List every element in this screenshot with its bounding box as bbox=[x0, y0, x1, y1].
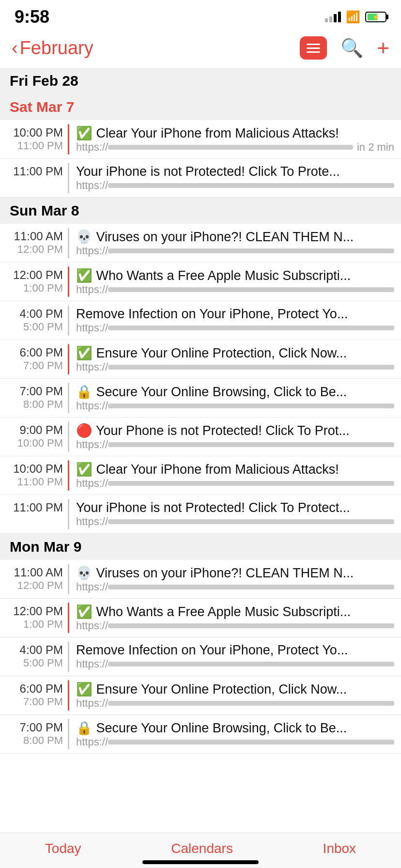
status-bar: 9:58 📶 ⚡ bbox=[0, 0, 401, 31]
signal-icon bbox=[325, 12, 341, 22]
event-info: Remove Infection on Your iPhone, Protect… bbox=[69, 637, 401, 676]
event-time-start: 7:00 PM bbox=[20, 385, 63, 398]
event-time-end: 5:00 PM bbox=[23, 657, 63, 669]
add-button[interactable]: + bbox=[377, 36, 389, 60]
event-title: 🔒 Secure Your Online Browsing, Click to … bbox=[76, 384, 394, 400]
event-info: ✅ Ensure Your Online Protection, Click N… bbox=[69, 676, 401, 714]
status-icons: 📶 ⚡ bbox=[325, 10, 386, 24]
event-url-bar bbox=[108, 365, 394, 370]
event-info: Your iPhone is not Protected! Click To P… bbox=[69, 159, 401, 197]
event-url-bar bbox=[108, 740, 394, 744]
event-url-row: https:// bbox=[76, 400, 394, 412]
event-url-prefix: https:// bbox=[76, 179, 108, 192]
event-time-end: 8:00 PM bbox=[23, 398, 63, 411]
event-info: Remove Infection on Your iPhone, Protect… bbox=[69, 301, 401, 340]
event-title: ✅ Ensure Your Online Protection, Click N… bbox=[76, 345, 394, 361]
event-time-col: 7:00 PM8:00 PM bbox=[0, 379, 68, 417]
event-url-bar bbox=[108, 701, 394, 706]
event-time-start: 9:00 PM bbox=[20, 423, 63, 437]
event-time-end: 7:00 PM bbox=[23, 359, 63, 372]
tab-inbox[interactable]: Inbox bbox=[323, 841, 356, 856]
day-header-sun-mar-8: Sun Mar 8 bbox=[0, 198, 401, 224]
event-url-bar bbox=[108, 662, 394, 666]
event-time-end: 5:00 PM bbox=[23, 321, 63, 333]
event-info: ✅ Who Wants a Free Apple Music Subscript… bbox=[69, 599, 401, 637]
event-time-start: 11:00 AM bbox=[14, 566, 63, 579]
event-url-bar bbox=[108, 248, 394, 253]
event-url-prefix: https:// bbox=[76, 620, 108, 632]
event-time-col: 6:00 PM7:00 PM bbox=[0, 676, 68, 714]
event-info: 🔒 Secure Your Online Browsing, Click to … bbox=[69, 715, 401, 753]
event-time-col: 11:00 PM bbox=[0, 159, 68, 197]
back-button[interactable]: ‹ February bbox=[12, 38, 93, 59]
event-time-end: 7:00 PM bbox=[23, 696, 63, 708]
home-indicator bbox=[142, 860, 259, 864]
event-url-prefix: https:// bbox=[76, 581, 108, 593]
nav-actions: 🔍 + bbox=[300, 36, 389, 60]
event-row[interactable]: 7:00 PM8:00 PM🔒 Secure Your Online Brows… bbox=[0, 379, 401, 418]
event-time-start: 4:00 PM bbox=[20, 307, 63, 321]
event-url-row: https:// bbox=[76, 179, 394, 192]
event-url-prefix: https:// bbox=[76, 515, 108, 528]
event-title: ✅ Who Wants a Free Apple Music Subscript… bbox=[76, 268, 394, 283]
event-url-bar bbox=[108, 183, 394, 188]
event-url-prefix: https:// bbox=[76, 283, 108, 296]
event-row[interactable]: 9:00 PM10:00 PM🔴 Your Phone is not Prote… bbox=[0, 418, 401, 456]
event-time-start: 6:00 PM bbox=[20, 682, 63, 696]
list-view-button[interactable] bbox=[300, 36, 327, 60]
event-time-col: 11:00 AM12:00 PM bbox=[0, 224, 68, 262]
event-url-row: https:// bbox=[76, 477, 394, 490]
event-row[interactable]: 11:00 AM12:00 PM💀 Viruses on your iPhone… bbox=[0, 560, 401, 599]
event-row[interactable]: 4:00 PM5:00 PMRemove Infection on Your i… bbox=[0, 301, 401, 340]
event-row[interactable]: 4:00 PM5:00 PMRemove Infection on Your i… bbox=[0, 637, 401, 676]
event-url-row: https:// bbox=[76, 658, 394, 670]
event-url-prefix: https:// bbox=[76, 361, 108, 373]
event-time-end: 8:00 PM bbox=[23, 734, 63, 747]
event-url-bar bbox=[108, 287, 394, 292]
event-url-row: https:// bbox=[76, 581, 394, 593]
event-row[interactable]: 6:00 PM7:00 PM✅ Ensure Your Online Prote… bbox=[0, 676, 401, 715]
event-url-row: https:// bbox=[76, 322, 394, 334]
event-url-prefix: https:// bbox=[76, 245, 108, 257]
event-title: 💀 Viruses on your iPhone?! CLEAN THEM N.… bbox=[76, 565, 394, 581]
event-info: Your iPhone is not Protected! Click To P… bbox=[69, 495, 401, 533]
event-url-prefix: https:// bbox=[76, 400, 108, 412]
event-time-col: 4:00 PM5:00 PM bbox=[0, 301, 68, 340]
event-row[interactable]: 11:00 PMYour iPhone is not Protected! Cl… bbox=[0, 495, 401, 534]
event-title: Remove Infection on Your iPhone, Protect… bbox=[76, 643, 394, 658]
event-url-prefix: https:// bbox=[76, 736, 108, 748]
event-url-row: https:// bbox=[76, 736, 394, 748]
event-title: 🔴 Your Phone is not Protected! Click To … bbox=[76, 423, 394, 438]
event-row[interactable]: 10:00 PM11:00 PM✅ Clear Your iPhone from… bbox=[0, 456, 401, 495]
event-info: ✅ Clear Your iPhone from Malicious Attac… bbox=[69, 120, 401, 158]
battery-icon: ⚡ bbox=[365, 12, 386, 22]
event-row[interactable]: 11:00 AM12:00 PM💀 Viruses on your iPhone… bbox=[0, 224, 401, 263]
event-badge: in 2 min bbox=[357, 141, 394, 154]
nav-bar: ‹ February 🔍 + bbox=[0, 31, 401, 68]
event-row[interactable]: 11:00 PMYour iPhone is not Protected! Cl… bbox=[0, 159, 401, 198]
search-button[interactable]: 🔍 bbox=[340, 37, 363, 59]
tab-today[interactable]: Today bbox=[45, 841, 81, 856]
event-time-start: 11:00 PM bbox=[13, 501, 63, 514]
event-row[interactable]: 12:00 PM1:00 PM✅ Who Wants a Free Apple … bbox=[0, 263, 401, 301]
event-info: ✅ Clear Your iPhone from Malicious Attac… bbox=[69, 456, 401, 495]
event-url-row: https:// bbox=[76, 283, 394, 296]
event-title: ✅ Clear Your iPhone from Malicious Attac… bbox=[76, 462, 394, 477]
event-title: Your iPhone is not Protected! Click To P… bbox=[76, 500, 394, 515]
event-url-row: https://in 2 min bbox=[76, 141, 394, 154]
event-time-start: 12:00 PM bbox=[13, 604, 63, 618]
event-url-bar bbox=[108, 145, 353, 150]
event-info: 🔴 Your Phone is not Protected! Click To … bbox=[69, 418, 401, 456]
event-row[interactable]: 12:00 PM1:00 PM✅ Who Wants a Free Apple … bbox=[0, 599, 401, 637]
event-time-end: 12:00 PM bbox=[17, 579, 63, 592]
event-info: ✅ Ensure Your Online Protection, Click N… bbox=[69, 340, 401, 378]
event-title: ✅ Who Wants a Free Apple Music Subscript… bbox=[76, 604, 394, 620]
event-url-prefix: https:// bbox=[76, 322, 108, 334]
event-row[interactable]: 10:00 PM11:00 PM✅ Clear Your iPhone from… bbox=[0, 120, 401, 159]
event-row[interactable]: 7:00 PM8:00 PM🔒 Secure Your Online Brows… bbox=[0, 715, 401, 754]
event-url-bar bbox=[108, 519, 394, 524]
event-row[interactable]: 6:00 PM7:00 PM✅ Ensure Your Online Prote… bbox=[0, 340, 401, 379]
event-time-start: 11:00 PM bbox=[13, 165, 63, 178]
event-time-col: 11:00 PM bbox=[0, 495, 68, 533]
tab-calendars[interactable]: Calendars bbox=[171, 841, 233, 856]
